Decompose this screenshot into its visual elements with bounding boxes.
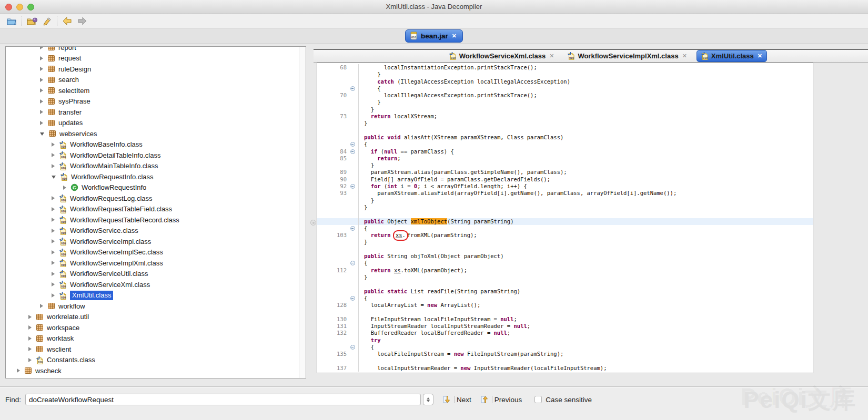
tree-item-workflowserviceimplxml-class[interactable]: 010WorkflowServiceImplXml.class [6, 258, 306, 269]
expand-arrow-icon[interactable] [40, 110, 43, 114]
expand-arrow-icon[interactable] [52, 239, 55, 243]
tree-item-webservices[interactable]: webservices [6, 128, 306, 139]
expand-arrow-icon[interactable] [40, 99, 43, 104]
tree-item-label[interactable]: WorkflowRequestInfo.class [71, 173, 154, 181]
tree-item-label[interactable]: WorkflowRequestInfo [82, 183, 146, 191]
tree-item-label[interactable]: search [58, 76, 79, 84]
splitter-handle[interactable] [310, 220, 316, 226]
tree-item-selectitem[interactable]: selectItem [6, 85, 306, 96]
tree-item-label[interactable]: webservices [59, 130, 97, 138]
tree-item-label[interactable]: WorkflowServiceXml.class [70, 281, 150, 289]
tree-item-label[interactable]: WorkflowServiceImpl.class [70, 238, 151, 245]
tree-item-label[interactable]: WorkflowServiceImplSec.class [70, 248, 163, 256]
expand-arrow-icon[interactable] [52, 229, 55, 233]
field-link[interactable]: xs [394, 267, 401, 273]
find-previous-button[interactable]: Previous [481, 395, 522, 404]
tree-item-constants-class[interactable]: 010Constants.class [6, 355, 306, 366]
expand-arrow-icon[interactable] [40, 78, 43, 82]
case-sensitive-checkbox[interactable] [534, 396, 542, 403]
close-editor-tab-icon[interactable]: ✕ [758, 53, 762, 59]
find-input[interactable] [25, 394, 421, 405]
expand-arrow-icon[interactable] [40, 304, 43, 308]
tree-item-label[interactable]: WorkflowRequestTableRecord.class [70, 216, 179, 224]
tree-item-workflowservice-class[interactable]: 010WorkflowService.class [6, 226, 306, 237]
fold-collapse-icon[interactable] [350, 261, 355, 265]
tree-item-label[interactable]: XmlUtil.class [70, 291, 113, 300]
field-link[interactable]: xs [396, 232, 402, 238]
fold-collapse-icon[interactable] [350, 86, 355, 91]
tree-item-workflowdetailtableinfo-class[interactable]: 010WorkflowDetailTableInfo.class [6, 150, 306, 161]
expand-arrow-icon[interactable] [28, 325, 32, 330]
search-button[interactable] [39, 15, 54, 27]
tree-item-workspace[interactable]: workspace [6, 322, 306, 333]
tree-item-label[interactable]: transfer [58, 108, 82, 116]
tree-item-workflowrequestinfo-class[interactable]: 010WorkflowRequestInfo.class [6, 171, 306, 182]
tree-item-workflow[interactable]: workflow [6, 301, 306, 312]
tree-item-label[interactable]: wsclient [47, 345, 71, 353]
expand-arrow-icon[interactable] [17, 368, 20, 373]
collapse-arrow-icon[interactable] [40, 132, 44, 136]
tree-item-label[interactable]: WorkflowService.class [70, 227, 138, 234]
close-editor-tab-icon[interactable]: ✕ [549, 53, 554, 59]
tree-item-label[interactable]: workrelate.util [47, 313, 89, 321]
open-file-button[interactable] [4, 15, 19, 27]
open-jar-button[interactable] [25, 15, 39, 27]
editor-tab-workflowservicexml-class[interactable]: 010WorkflowServiceXml.class✕ [445, 50, 559, 62]
expand-arrow-icon[interactable] [40, 121, 43, 125]
tree-item-label[interactable]: request [58, 54, 81, 62]
tree-item-workflowserviceutil-class[interactable]: 010WorkflowServiceUtil.class [6, 269, 306, 280]
editor-tab-workflowserviceimplxml-class[interactable]: 010WorkflowServiceImplXml.class✕ [563, 50, 691, 62]
fold-collapse-icon[interactable] [350, 296, 355, 301]
tree-item-workflowrequesttablefield-class[interactable]: 010WorkflowRequestTableField.class [6, 204, 306, 215]
expand-arrow-icon[interactable] [52, 153, 55, 157]
fold-collapse-icon[interactable] [350, 142, 355, 147]
code-editor[interactable]: 68 localInstantiationException.printStac… [317, 63, 813, 373]
tree-item-label[interactable]: WorkflowRequestTableField.class [70, 205, 172, 213]
tree-item-workflowrequestlog-class[interactable]: 010WorkflowRequestLog.class [6, 193, 306, 204]
tree-item-updates[interactable]: updates [6, 118, 306, 129]
expand-arrow-icon[interactable] [40, 67, 43, 71]
jar-tab-bean[interactable]: 010 bean.jar ✕ [405, 29, 463, 43]
editor-tab-xmlutil-class[interactable]: 010XmlUtil.class✕ [697, 50, 767, 62]
expand-arrow-icon[interactable] [63, 186, 66, 190]
fold-collapse-icon[interactable] [350, 345, 355, 350]
fold-collapse-icon[interactable] [350, 226, 355, 231]
tree-item-label[interactable]: workflow [58, 302, 85, 310]
fold-collapse-icon[interactable] [350, 184, 355, 189]
tree-item-label[interactable]: WorkflowServiceUtil.class [70, 270, 148, 278]
find-next-button[interactable]: Next [443, 395, 471, 404]
tree-item-workrelate-util[interactable]: workrelate.util [6, 312, 306, 323]
tree-item-label[interactable]: updates [58, 119, 83, 127]
tree-item-label[interactable]: report [58, 46, 76, 52]
forward-button[interactable] [75, 15, 89, 27]
expand-arrow-icon[interactable] [28, 347, 32, 351]
tree-item-label[interactable]: WorkflowServiceImplXml.class [70, 259, 163, 267]
expand-arrow-icon[interactable] [40, 88, 43, 93]
collapse-arrow-icon[interactable] [52, 176, 56, 179]
tree-item-label[interactable]: Constants.class [47, 356, 95, 364]
expand-arrow-icon[interactable] [52, 272, 55, 276]
expand-arrow-icon[interactable] [52, 207, 55, 211]
tree-item-label[interactable]: worktask [47, 334, 74, 342]
tree-item-label[interactable]: WorkflowMainTableInfo.class [70, 162, 158, 170]
tree-item-label[interactable]: workspace [47, 324, 79, 332]
back-button[interactable] [60, 15, 75, 27]
tree-item-workflowservicexml-class[interactable]: 010WorkflowServiceXml.class [6, 279, 306, 290]
find-history-stepper[interactable] [423, 394, 433, 405]
tree-item-transfer[interactable]: transfer [6, 107, 306, 118]
fold-collapse-icon[interactable] [350, 149, 355, 154]
expand-arrow-icon[interactable] [52, 261, 55, 265]
expand-arrow-icon[interactable] [52, 218, 55, 222]
tree-item-label[interactable]: WorkflowBaseInfo.class [70, 140, 143, 148]
close-jar-tab-icon[interactable]: ✕ [451, 33, 457, 39]
expand-arrow-icon[interactable] [52, 282, 55, 286]
expand-arrow-icon[interactable] [40, 46, 43, 49]
expand-arrow-icon[interactable] [40, 56, 43, 60]
tree-item-workflowserviceimpl-class[interactable]: 010WorkflowServiceImpl.class [6, 236, 306, 247]
expand-arrow-icon[interactable] [52, 293, 55, 298]
tree-item-wsclient[interactable]: wsclient [6, 344, 306, 355]
expand-arrow-icon[interactable] [28, 358, 32, 362]
tree-item-label[interactable]: selectItem [58, 87, 89, 95]
tree-vertical-scrollbar[interactable] [299, 47, 306, 378]
expand-arrow-icon[interactable] [28, 336, 32, 341]
